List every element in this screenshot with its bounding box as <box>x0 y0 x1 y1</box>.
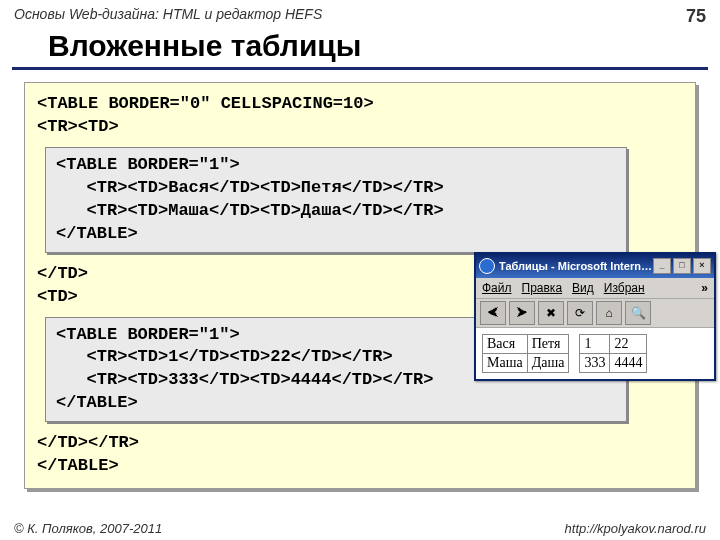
code-line: <TR><TD> <box>37 116 683 139</box>
close-button[interactable]: × <box>693 258 711 274</box>
browser-titlebar: Таблицы - Microsoft Intern… _ □ × <box>476 254 714 278</box>
home-button[interactable]: ⌂ <box>596 301 622 325</box>
browser-menubar: Файл Правка Вид Избран » <box>476 278 714 299</box>
table-cell: 333 <box>580 354 610 373</box>
table-row: Вася Петя <box>483 335 569 354</box>
home-icon: ⌂ <box>605 306 612 320</box>
rendered-table-1: Вася Петя Маша Даша <box>482 334 569 373</box>
header-bar: Основы Web-дизайна: HTML и редактор HEFS… <box>0 0 720 29</box>
browser-window: Таблицы - Microsoft Intern… _ □ × Файл П… <box>474 252 716 381</box>
stop-icon: ✖ <box>546 306 556 320</box>
window-buttons: _ □ × <box>653 258 711 274</box>
table-row: 1 22 <box>580 335 647 354</box>
menu-edit[interactable]: Правка <box>522 281 563 295</box>
rendered-table-2: 1 22 333 4444 <box>579 334 647 373</box>
menu-view[interactable]: Вид <box>572 281 594 295</box>
search-button[interactable]: 🔍 <box>625 301 651 325</box>
refresh-button[interactable]: ⟳ <box>567 301 593 325</box>
code-line: <TR><TD>Вася</TD><TD>Петя</TD></TR> <box>56 177 616 200</box>
code-block-inner-1: <TABLE BORDER="1"> <TR><TD>Вася</TD><TD>… <box>45 147 627 253</box>
table-cell: Маша <box>483 354 528 373</box>
table-cell: 4444 <box>610 354 647 373</box>
table-cell: 1 <box>580 335 610 354</box>
menu-file[interactable]: Файл <box>482 281 512 295</box>
page-title: Вложенные таблицы <box>12 29 708 70</box>
code-line: </TABLE> <box>37 455 683 478</box>
code-line: <TABLE BORDER="0" CELLSPACING=10> <box>37 93 683 116</box>
copyright: © К. Поляков, 2007-2011 <box>14 521 162 536</box>
menu-favorites[interactable]: Избран <box>604 281 645 295</box>
search-icon: 🔍 <box>631 306 646 320</box>
code-line: <TR><TD>Маша</TD><TD>Даша</TD></TR> <box>56 200 616 223</box>
code-line: </TABLE> <box>56 392 616 415</box>
code-line: </TD></TR> <box>37 432 683 455</box>
code-line: </TABLE> <box>56 223 616 246</box>
breadcrumb: Основы Web-дизайна: HTML и редактор HEFS <box>14 6 322 27</box>
arrow-left-icon: ⮜ <box>487 306 499 320</box>
ie-icon <box>479 258 495 274</box>
minimize-button[interactable]: _ <box>653 258 671 274</box>
back-button[interactable]: ⮜ <box>480 301 506 325</box>
table-row: Маша Даша <box>483 354 569 373</box>
stop-button[interactable]: ✖ <box>538 301 564 325</box>
menu-more-icon[interactable]: » <box>701 281 708 295</box>
browser-toolbar: ⮜ ⮞ ✖ ⟳ ⌂ 🔍 <box>476 299 714 328</box>
footer: © К. Поляков, 2007-2011 http://kpolyakov… <box>0 521 720 536</box>
table-cell: 22 <box>610 335 647 354</box>
browser-content: Вася Петя Маша Даша 1 22 333 4444 <box>476 328 714 379</box>
refresh-icon: ⟳ <box>575 306 585 320</box>
forward-button[interactable]: ⮞ <box>509 301 535 325</box>
maximize-button[interactable]: □ <box>673 258 691 274</box>
table-row: 333 4444 <box>580 354 647 373</box>
code-line: <TABLE BORDER="1"> <box>56 154 616 177</box>
page-number: 75 <box>686 6 706 27</box>
footer-url: http://kpolyakov.narod.ru <box>565 521 706 536</box>
table-cell: Вася <box>483 335 528 354</box>
table-cell: Даша <box>527 354 569 373</box>
arrow-right-icon: ⮞ <box>516 306 528 320</box>
table-cell: Петя <box>527 335 569 354</box>
browser-title: Таблицы - Microsoft Intern… <box>499 260 653 272</box>
